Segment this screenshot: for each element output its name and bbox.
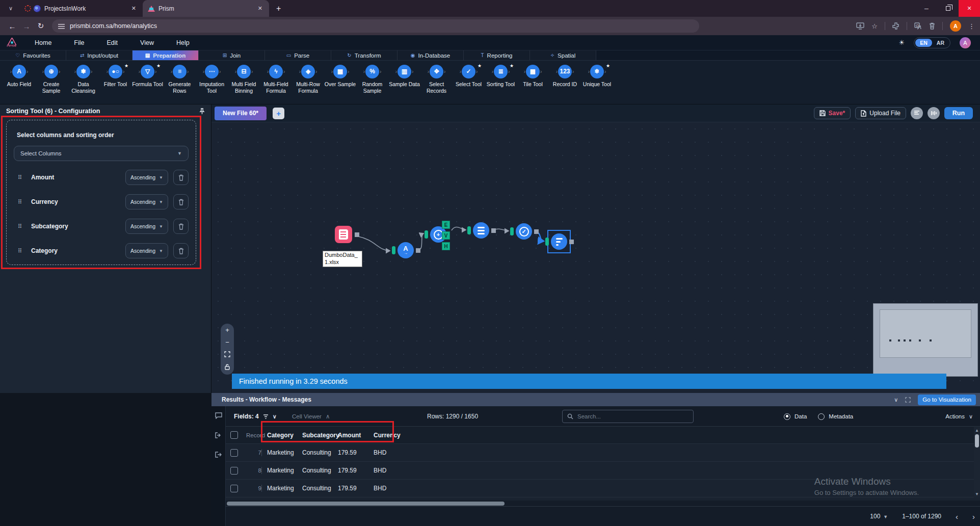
run-button[interactable]: Run [944, 107, 973, 119]
ribbon-tab[interactable]: ⊞ Join [199, 50, 265, 60]
tool-item[interactable]: ★ › ▩ › Tile Tool [517, 64, 549, 104]
fields-chevron-icon[interactable]: ∨ [273, 413, 277, 420]
row-checkbox[interactable] [230, 449, 238, 457]
tool-item[interactable]: ★ › ◈ › Multi-Row Formula [292, 64, 324, 104]
tool-item[interactable]: ★ › ≣ › Sorting Tool [485, 64, 517, 104]
column-header-subcategory[interactable]: Subcategory [297, 432, 333, 439]
new-tab-button[interactable]: + [276, 4, 281, 13]
collapse-panel-icon[interactable]: ∨ [894, 397, 898, 403]
tool-item[interactable]: ★ › ✓ › Select Tool [453, 64, 485, 104]
bookmark-star-icon[interactable]: ☆ [871, 22, 878, 30]
input-anchor[interactable] [392, 246, 395, 254]
delete-column-button[interactable] [173, 194, 189, 209]
browser-tab[interactable]: ProjectsInWork ✕ [19, 0, 143, 17]
sign-out-icon[interactable] [215, 452, 222, 458]
tool-item[interactable]: ★ › ✥ › Select Records [420, 64, 453, 104]
ribbon-tab[interactable]: ◉ In-Database [398, 50, 464, 60]
language-toggle[interactable]: EN AR [914, 37, 950, 48]
translate-icon[interactable]: G [914, 22, 922, 30]
ribbon-tab[interactable]: ♡ Favourites [0, 50, 66, 60]
tool-item[interactable]: ★ › ▽ › Formula Tool [131, 64, 164, 104]
sort-order-dropdown[interactable]: Ascending ▼ [125, 194, 168, 209]
output-anchor[interactable] [416, 248, 420, 253]
select-tool-node[interactable]: ✓ [516, 223, 532, 240]
tool-item[interactable]: ★ › ≡ › Generate Rows [164, 64, 196, 104]
tab-search-icon[interactable]: ∨ [4, 3, 17, 14]
ribbon-tab[interactable]: ✧ Spatial [530, 50, 596, 60]
input-anchor[interactable] [510, 227, 514, 235]
tool-item[interactable]: ★ › A › Auto Field [3, 64, 35, 104]
workflow-file-tab[interactable]: New File 60* [215, 107, 267, 120]
tab-close-icon[interactable]: ✕ [256, 5, 264, 12]
tool-item[interactable]: ★ › ✽ › Data Cleansing [67, 64, 99, 104]
output-anchor[interactable] [355, 232, 359, 237]
delete-column-button[interactable] [173, 243, 189, 258]
menu-item[interactable]: File [74, 39, 84, 46]
tool-item[interactable]: ★ › % › Random Sample [356, 64, 388, 104]
fit-view-button[interactable] [224, 351, 230, 359]
tool-item[interactable]: ★ › ϟ › Multi-Field Formula [260, 64, 292, 104]
canvas-minimap[interactable] [873, 303, 978, 377]
export-icon[interactable] [215, 432, 222, 438]
tool-item[interactable]: ★ › 123 › Record ID [549, 64, 581, 104]
auto-field-node[interactable]: A→ [398, 242, 414, 258]
tool-item[interactable]: ★ › ●○ › Filter Tool [99, 64, 131, 104]
output-anchor[interactable] [569, 240, 574, 244]
drag-handle-icon[interactable]: ⠿ [18, 201, 31, 203]
pin-icon[interactable] [199, 108, 205, 115]
table-row[interactable]: 7 Marketing Consulting 179.59 BHD [226, 444, 980, 462]
site-settings-icon[interactable] [58, 23, 65, 29]
tool-item[interactable]: ★ › ⋯ › Imputation Tool [196, 64, 228, 104]
previous-page-button[interactable]: ‹ [956, 512, 958, 521]
data-radio[interactable] [784, 413, 790, 420]
column-header-currency[interactable]: Currency [368, 432, 404, 439]
go-to-visualization-button[interactable]: Go to Visualization [918, 394, 976, 405]
lock-button[interactable] [224, 364, 230, 372]
save-button[interactable]: Save* [814, 107, 851, 119]
lang-en[interactable]: EN [915, 39, 932, 47]
align-layout-button[interactable] [911, 107, 923, 119]
window-restore-button[interactable] [937, 0, 959, 17]
menu-item[interactable]: Home [35, 39, 51, 46]
user-avatar[interactable]: A [960, 37, 971, 48]
zoom-out-button[interactable]: − [225, 339, 229, 346]
ribbon-tab[interactable]: T Reporting [464, 50, 530, 60]
menu-item[interactable]: Edit [107, 39, 118, 46]
add-workflow-button[interactable]: + [273, 108, 284, 119]
browser-profile-avatar[interactable]: A [950, 20, 961, 32]
distribute-layout-button[interactable] [928, 107, 940, 119]
row-checkbox[interactable] [230, 467, 238, 475]
horizontal-scrollbar[interactable] [226, 501, 980, 507]
input-anchor[interactable] [467, 226, 471, 234]
delete-column-button[interactable] [173, 170, 189, 185]
column-header-amount[interactable]: Amount [333, 432, 368, 439]
filter-icon[interactable] [263, 414, 269, 419]
tool-item[interactable]: ★ › ▥ › Sample Data [388, 64, 420, 104]
tool-item[interactable]: ★ › ⊕ › Create Sample [35, 64, 67, 104]
extensions-icon[interactable] [892, 22, 899, 30]
browser-tab[interactable]: Prism ✕ [143, 0, 269, 17]
window-minimize-button[interactable]: ─ [916, 0, 937, 17]
column-header-category[interactable]: Category [261, 432, 297, 439]
actions-menu[interactable]: Actions ∨ [945, 406, 973, 427]
search-input[interactable] [577, 413, 679, 419]
select-all-checkbox[interactable] [230, 431, 238, 439]
reload-icon[interactable]: ↻ [34, 21, 48, 31]
drag-handle-icon[interactable]: ⠿ [18, 225, 31, 228]
sort-order-dropdown[interactable]: Ascending ▼ [125, 170, 168, 185]
ribbon-tab[interactable]: ↻ Transform [331, 50, 398, 60]
output-anchor[interactable] [534, 229, 539, 234]
workflow-canvas[interactable]: DumboData_1.xlsx A→ + E V [211, 122, 980, 393]
menu-item[interactable]: View [140, 39, 154, 46]
ribbon-tab[interactable]: ▭ Parse [265, 50, 331, 60]
output-anchor[interactable] [491, 228, 496, 233]
ribbon-tab[interactable]: ⇄ Input/output [66, 50, 133, 60]
lang-ar[interactable]: AR [932, 39, 949, 47]
tab-close-icon[interactable]: ✕ [130, 5, 138, 12]
delete-icon[interactable] [929, 22, 935, 30]
menu-item[interactable]: Help [176, 39, 190, 46]
table-search[interactable] [562, 410, 694, 423]
tool-item[interactable]: ★ › ❄ › Unique Tool [581, 64, 613, 104]
upload-file-button[interactable]: Upload File [855, 107, 906, 119]
page-size-select[interactable]: 100▼ [870, 513, 888, 520]
